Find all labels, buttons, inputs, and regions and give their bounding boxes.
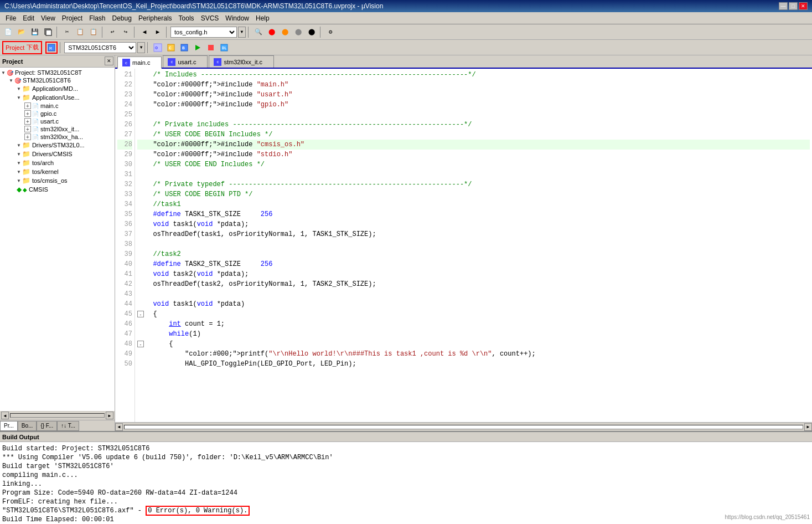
stop-button[interactable] bbox=[205, 42, 217, 54]
right-side: c main.c c usart.c c stm32l0xx_it.c 2122… bbox=[115, 55, 812, 431]
build-output-header: Build Output bbox=[0, 432, 812, 442]
tree-item[interactable]: ◆◆CMSIS bbox=[1, 185, 113, 194]
code-hscroll[interactable]: ◀ ▶ bbox=[115, 422, 812, 431]
run-button[interactable] bbox=[192, 42, 204, 54]
menu-flash[interactable]: Flash bbox=[86, 13, 108, 23]
panel-tab-templates[interactable]: ↑↓ T... bbox=[57, 421, 79, 431]
main-area: Project ✕ ▼🎯Project: STM32L051C8T▼🎯STM32… bbox=[0, 55, 812, 431]
window-title: C:\Users\Administrator\Desktop\TencentOS… bbox=[4, 2, 779, 10]
chinese-label-area: Project 下载 bbox=[2, 41, 42, 54]
toolbar1: 📄 📂 💾 ✂ 📋 📋 ↩ ↪ ◀ ▶ tos_config.h ▼ 🔍 ⬤ ⬤… bbox=[0, 24, 812, 40]
menu-edit[interactable]: Edit bbox=[19, 13, 38, 23]
tree-item[interactable]: +📄stm32l0xx_ha... bbox=[1, 133, 113, 141]
panel-tab-project[interactable]: Pr... bbox=[0, 421, 18, 431]
tab-usart-c[interactable]: c usart.c bbox=[163, 55, 208, 68]
download-button[interactable]: DL bbox=[218, 42, 230, 54]
file-selector[interactable]: tos_config.h bbox=[170, 27, 237, 38]
tree-item[interactable]: +📄main.c bbox=[1, 102, 113, 110]
separator2 bbox=[102, 27, 104, 38]
back-button[interactable]: ◀ bbox=[138, 26, 151, 38]
undo-button[interactable]: ↩ bbox=[106, 26, 118, 38]
tree-item[interactable]: +📄stm32l0xx_it... bbox=[1, 125, 113, 133]
tree-item[interactable]: +📄gpio.c bbox=[1, 110, 113, 117]
svg-rect-1 bbox=[46, 30, 51, 35]
options-button[interactable]: ⚙ bbox=[152, 42, 164, 54]
close-button[interactable]: ✕ bbox=[799, 2, 808, 10]
code-body[interactable]: /* Includes ----------------------------… bbox=[135, 69, 812, 422]
tree-item[interactable]: ▼📁tos/kernel bbox=[1, 167, 113, 176]
tab-icon-usart-c: c bbox=[168, 58, 175, 66]
tree-item[interactable]: ▼📁Drivers/STM32L0... bbox=[1, 141, 113, 150]
project-panel-title: Project bbox=[2, 58, 23, 65]
panel-tab-books[interactable]: Bo... bbox=[18, 421, 37, 431]
project-label: Project bbox=[6, 44, 24, 51]
menu-tools[interactable]: Tools bbox=[175, 13, 198, 23]
menu-bar: File Edit View Project Flash Debug Perip… bbox=[0, 12, 812, 24]
manage-project-button[interactable]: M bbox=[45, 42, 58, 54]
menu-svcs[interactable]: SVCS bbox=[198, 13, 223, 23]
settings-button[interactable]: ⚙ bbox=[324, 26, 337, 38]
menu-file[interactable]: File bbox=[2, 13, 19, 23]
open-file-button[interactable]: 📂 bbox=[15, 26, 28, 38]
target-selector-dropdown[interactable]: ▼ bbox=[137, 42, 145, 53]
new-file-button[interactable]: 📄 bbox=[2, 26, 14, 38]
watermark: https://blog.csdn.net/qq_20515461 bbox=[725, 513, 810, 522]
separator6 bbox=[320, 27, 322, 38]
redo-button[interactable]: ↪ bbox=[120, 26, 132, 38]
debug-stop-button[interactable]: ⬤ bbox=[292, 26, 304, 38]
debug-pause-button[interactable]: ⬤ bbox=[279, 26, 291, 38]
left-scroll-area: ◀ ▶ bbox=[0, 411, 115, 420]
window-controls: — □ ✕ bbox=[779, 2, 808, 10]
copy-button[interactable]: 📋 bbox=[74, 26, 86, 38]
code-scroll-right[interactable]: ▶ bbox=[804, 423, 812, 431]
svg-rect-11 bbox=[208, 45, 214, 50]
menu-view[interactable]: View bbox=[38, 13, 59, 23]
code-scroll-left[interactable]: ◀ bbox=[115, 423, 123, 431]
menu-project[interactable]: Project bbox=[59, 13, 86, 23]
target-selector[interactable]: STM32L051C8T6 bbox=[64, 42, 136, 53]
build-all-button[interactable]: B bbox=[178, 42, 190, 54]
menu-help[interactable]: Help bbox=[252, 13, 273, 23]
panel-tab-functions[interactable]: {} F... bbox=[37, 421, 57, 431]
download-label: 下载 bbox=[27, 43, 39, 52]
paste-button[interactable]: 📋 bbox=[87, 26, 100, 38]
forward-button[interactable]: ▶ bbox=[152, 26, 164, 38]
tree-item[interactable]: ▼📁tos/cmsis_os bbox=[1, 176, 113, 185]
find-button[interactable]: 🔍 bbox=[252, 26, 265, 38]
tab-stm32-c[interactable]: c stm32l0xx_it.c bbox=[209, 55, 274, 68]
tab-main-c[interactable]: c main.c bbox=[117, 56, 162, 69]
svg-marker-10 bbox=[195, 45, 200, 50]
tree-item[interactable]: ▼🎯Project: STM32L051C8T bbox=[1, 69, 113, 76]
scroll-left-arrow[interactable]: ◀ bbox=[1, 412, 9, 419]
panel-close-button[interactable]: ✕ bbox=[105, 56, 113, 65]
scroll-right-arrow[interactable]: ▶ bbox=[106, 412, 113, 419]
tree-item[interactable]: ▼📁tos/arch bbox=[1, 158, 113, 167]
toolbar2: Project 下载 M STM32L051C8T6 ▼ ⚙ C B DL bbox=[0, 40, 812, 55]
build-output-area: Build Output Build started: Project: STM… bbox=[0, 431, 812, 524]
tab-label-main-c: main.c bbox=[132, 59, 150, 66]
tree-item[interactable]: ▼📁Drivers/CMSIS bbox=[1, 150, 113, 158]
save-all-button[interactable] bbox=[42, 26, 54, 38]
debug-more-button[interactable]: ⬤ bbox=[306, 26, 318, 38]
tree-item[interactable]: ▼📁Application/MD... bbox=[1, 84, 113, 93]
menu-peripherals[interactable]: Peripherals bbox=[135, 13, 175, 23]
menu-window[interactable]: Window bbox=[222, 13, 252, 23]
code-content: 2122232425262728293031323334353637383940… bbox=[115, 69, 812, 422]
menu-debug[interactable]: Debug bbox=[109, 13, 135, 23]
panel-tabs: Pr... Bo... {} F... ↑↓ T... bbox=[0, 420, 115, 431]
separator7 bbox=[60, 42, 62, 53]
tree-item[interactable]: +📄usart.c bbox=[1, 117, 113, 125]
minimize-button[interactable]: — bbox=[779, 2, 788, 10]
clean-build-button[interactable]: C bbox=[165, 42, 177, 54]
cut-button[interactable]: ✂ bbox=[61, 26, 73, 38]
separator1 bbox=[56, 27, 59, 38]
tab-bar: c main.c c usart.c c stm32l0xx_it.c bbox=[115, 55, 812, 69]
tab-icon-main-c: c bbox=[122, 59, 130, 66]
save-button[interactable]: 💾 bbox=[29, 26, 41, 38]
maximize-button[interactable]: □ bbox=[789, 2, 798, 10]
svg-text:DL: DL bbox=[222, 46, 226, 50]
tree-item[interactable]: ▼📁Application/Use... bbox=[1, 93, 113, 102]
debug-start-button[interactable]: ⬤ bbox=[266, 26, 278, 38]
tree-item[interactable]: ▼🎯STM32L051C8T6 bbox=[1, 76, 113, 84]
file-selector-dropdown[interactable]: ▼ bbox=[238, 27, 246, 38]
